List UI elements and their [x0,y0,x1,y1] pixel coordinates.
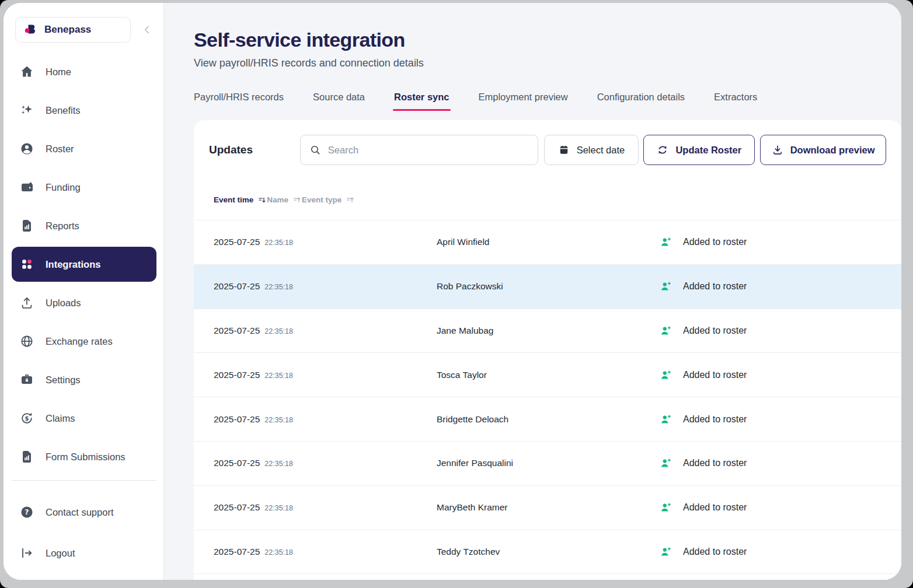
sidebar-item[interactable]: Form Submissions [12,439,156,474]
table-row[interactable]: 2025-07-2522:35:18 MaryBeth Kramer Added… [194,486,901,530]
table-body: 2025-07-2522:35:18 April Winfield Added … [194,220,901,580]
sidebar-item[interactable]: Exchange rates [12,324,156,359]
event-type-label: Added to roster [683,281,747,292]
table-row[interactable]: 2025-07-2522:35:18 Tosca Taylor Added to… [194,353,901,397]
sidebar-item[interactable]: Reports [12,208,156,243]
name-cell: Rob Paczkowski [437,281,660,292]
event-clock-time: 22:35:18 [264,283,293,291]
column-label: Name [267,195,288,204]
event-date: 2025-07-25 [214,281,260,291]
sort-asc-icon [346,195,355,205]
sidebar-footer-item[interactable]: Logout [12,536,156,570]
scrollbar-track-horizontal[interactable] [0,580,913,588]
column-header[interactable]: Event time [214,195,267,205]
page-subtitle: View payroll/HRIS records and connection… [194,57,901,69]
sidebar-item[interactable]: Claims [12,401,156,436]
sidebar-item[interactable]: Home [12,54,156,89]
tab[interactable]: Extractors [714,92,757,111]
sidebar-item[interactable]: Benefits [12,93,156,128]
briefcase-lock-icon [20,373,34,387]
event-clock-time: 22:35:18 [264,416,293,424]
sidebar-item[interactable]: Uploads [12,285,156,320]
event-clock-time: 22:35:18 [264,327,293,335]
name-cell: Bridgette Deloach [437,414,660,425]
search-icon [309,144,321,156]
select-date-button[interactable]: Select date [544,135,639,165]
search-input[interactable] [328,145,529,156]
tab[interactable]: Roster sync [394,92,449,111]
sidebar-item-label: Home [46,66,71,78]
event-clock-time: 22:35:18 [264,372,293,380]
wallet-icon [20,180,34,194]
column-header[interactable]: Name [267,195,302,205]
sidebar-footer-item[interactable]: Contact support [12,495,156,530]
sidebar-collapse-button[interactable] [141,24,153,36]
sparkles-icon [20,103,34,117]
sidebar-item-label: Uploads [46,298,81,309]
desktop-background: Benepass Home Benefits [0,0,913,588]
event-type-cell: Added to roster [660,280,901,293]
person-add-icon [660,324,672,337]
sidebar-item[interactable]: Integrations [12,247,156,282]
sidebar-item[interactable]: Funding [12,170,156,205]
select-date-label: Select date [577,145,625,156]
event-clock-time: 22:35:18 [264,548,293,556]
question-circle-icon [20,505,34,519]
sort-asc-icon [292,195,302,205]
column-header[interactable]: Event type [302,195,355,205]
event-type-cell: Added to roster [660,545,901,558]
table-row[interactable]: 2025-07-2522:35:18 Jennifer Pasqualini A… [194,442,901,486]
refresh-dollar-icon [20,411,34,425]
scrollbar-track-vertical[interactable] [901,0,913,588]
event-type-label: Added to roster [683,326,747,336]
person-add-icon [660,280,672,293]
event-date: 2025-07-25 [214,414,260,424]
sidebar-footer-item-label: Contact support [46,507,113,518]
tab-label: Roster sync [394,92,449,102]
tab-label: Employment preview [479,92,568,102]
event-time-cell: 2025-07-2522:35:18 [214,414,437,425]
tab[interactable]: Source data [313,92,365,111]
person-add-icon [660,501,672,514]
person-circle-icon [20,142,34,156]
sidebar-footer-item-label: Logout [46,548,75,559]
table-row[interactable]: 2025-07-2522:35:18 Teddy Tzotchev Added … [194,530,901,575]
tab-label: Payroll/HRIS records [194,92,284,102]
event-type-label: Added to roster [683,370,747,380]
tab[interactable]: Payroll/HRIS records [194,92,284,111]
brand-logo: Benepass [15,17,131,43]
update-roster-button[interactable]: Update Roster [643,135,755,165]
event-clock-time: 22:35:18 [264,239,293,247]
event-date: 2025-07-25 [214,370,260,380]
sidebar-item[interactable]: Settings [12,362,156,397]
event-time-cell: 2025-07-2522:35:18 [214,326,437,336]
event-type-cell: Added to roster [660,236,901,249]
app-window: Benepass Home Benefits [4,3,901,580]
column-label: Event type [302,195,341,204]
tab[interactable]: Configuration details [597,92,685,111]
column-label: Event time [214,195,253,204]
sidebar-item-label: Settings [46,374,81,386]
brand-name: Benepass [44,24,91,36]
person-add-icon [660,545,672,558]
table-row[interactable]: 2025-07-2522:35:18 April Winfield Added … [194,220,901,265]
sidebar-item[interactable]: Roster [12,131,156,166]
grid-icon [20,257,34,271]
name-cell: Jane Malubag [437,326,660,336]
update-roster-label: Update Roster [675,145,741,156]
benepass-logo-icon [23,23,37,37]
tab[interactable]: Employment preview [479,92,568,111]
table-row[interactable]: 2025-07-2522:35:18 Bridgette Deloach Add… [194,397,901,442]
table-row[interactable]: 2025-07-2522:35:18 Jane Malubag Added to… [194,309,901,354]
sidebar-nav: Home Benefits Roster Funding [4,43,163,478]
download-preview-label: Download preview [790,145,875,156]
name-cell: April Winfield [437,237,660,247]
sidebar-item-label: Benefits [46,105,81,116]
sidebar-header: Benepass [4,17,163,43]
download-preview-button[interactable]: Download preview [760,135,886,165]
home-icon [20,65,34,79]
page-title: Self-service integration [194,29,901,51]
event-type-label: Added to roster [683,458,747,468]
table-row[interactable]: 2025-07-2522:35:18 Rob Paczkowski Added … [194,265,901,309]
search-box[interactable] [300,135,538,165]
